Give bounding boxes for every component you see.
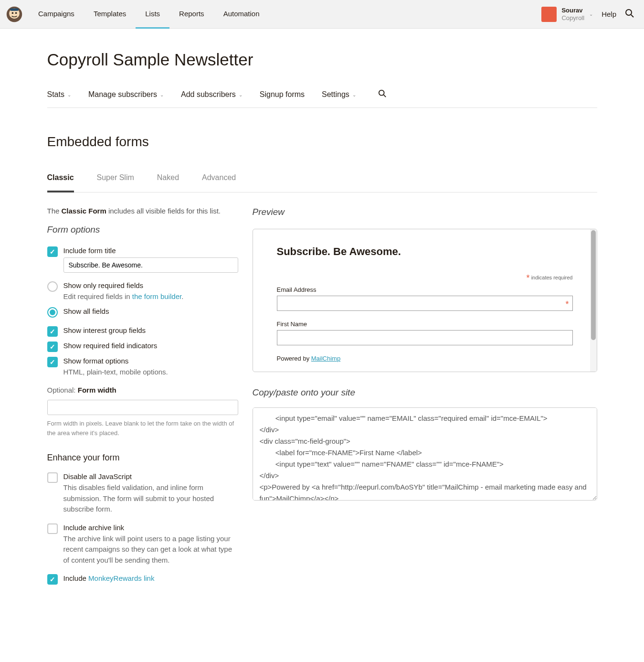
monkeyrewards-checkbox[interactable] <box>47 574 58 585</box>
subnav-stats[interactable]: Stats⌄ <box>47 90 71 99</box>
format-desc: HTML, plain-text, mobile options. <box>63 367 238 378</box>
show-all-label: Show all fields <box>63 307 238 315</box>
svg-line-8 <box>384 95 386 97</box>
form-title-input[interactable] <box>63 257 238 273</box>
show-interest-checkbox[interactable] <box>47 326 58 337</box>
topnav-right: Sourav Copyroll ⌄ Help <box>541 7 634 22</box>
avatar <box>541 7 557 22</box>
tab-advanced[interactable]: Advanced <box>202 173 236 192</box>
opt-show-interest: Show interest group fields <box>47 326 238 337</box>
subnav-add[interactable]: Add subscribers⌄ <box>181 90 243 99</box>
preview-form-title: Subscribe. Be Awesome. <box>277 246 573 258</box>
list-subnav: Stats⌄ Manage subscribers⌄ Add subscribe… <box>47 89 597 108</box>
preview-fname-label: First Name <box>277 320 573 328</box>
nav-campaigns[interactable]: Campaigns <box>29 0 84 29</box>
opt-show-required: Show only required fields Edit required … <box>47 281 238 302</box>
preview-scrollbar[interactable] <box>590 229 597 372</box>
chevron-down-icon: ⌄ <box>160 92 164 97</box>
edit-required-desc: Edit required fields in the form builder… <box>63 291 238 302</box>
required-star-icon: * <box>565 299 569 310</box>
show-format-label: Show format options <box>63 357 238 365</box>
opt-disable-js: Disable all JavaScript This disables fie… <box>47 472 238 515</box>
form-width-label: Optional: Form width <box>47 386 238 394</box>
archive-label: Include archive link <box>63 523 238 532</box>
nav-automation[interactable]: Automation <box>214 0 269 29</box>
show-format-checkbox[interactable] <box>47 357 58 367</box>
show-indicators-checkbox[interactable] <box>47 342 58 352</box>
mailchimp-logo[interactable] <box>0 0 29 29</box>
archive-desc: The archive link will point users to a p… <box>63 534 238 566</box>
form-builder-link[interactable]: the form builder <box>132 292 181 300</box>
show-required-radio[interactable] <box>47 281 58 292</box>
mailchimp-link[interactable]: MailChimp <box>311 355 340 362</box>
preview-header: Preview <box>253 207 597 217</box>
form-options-header: Form options <box>47 224 238 235</box>
disable-js-checkbox[interactable] <box>47 472 58 483</box>
chevron-down-icon: ⌄ <box>352 92 356 97</box>
nav-lists[interactable]: Lists <box>136 0 169 29</box>
code-header: Copy/paste onto your site <box>253 387 597 398</box>
search-icon[interactable] <box>625 9 634 20</box>
user-org: Copyroll <box>561 14 584 22</box>
top-nav: Campaigns Templates Lists Reports Automa… <box>0 0 644 29</box>
preview-required-indicator: * indicates required <box>277 273 573 283</box>
form-width-input[interactable] <box>47 400 238 415</box>
form-type-tabs: Classic Super Slim Naked Advanced <box>47 173 597 192</box>
opt-include-title: Include form title <box>47 246 238 273</box>
subnav-settings[interactable]: Settings⌄ <box>322 90 356 99</box>
user-name: Sourav <box>561 7 584 14</box>
topnav-items: Campaigns Templates Lists Reports Automa… <box>29 0 269 29</box>
disable-js-label: Disable all JavaScript <box>63 472 238 480</box>
embed-code-textarea[interactable] <box>253 407 597 501</box>
user-text: Sourav Copyroll <box>561 7 584 21</box>
opt-monkeyrewards: Include MonkeyRewards link <box>47 574 238 585</box>
svg-point-3 <box>15 12 17 14</box>
tab-naked[interactable]: Naked <box>157 173 179 192</box>
svg-point-2 <box>12 12 14 14</box>
preview-email-input[interactable] <box>277 296 573 311</box>
subnav-signup[interactable]: Signup forms <box>260 90 305 99</box>
tab-classic[interactable]: Classic <box>47 173 74 192</box>
chevron-down-icon: ⌄ <box>239 92 243 97</box>
form-width-hint: Form width in pixels. Leave blank to let… <box>47 419 238 438</box>
monkeyrewards-link[interactable]: MonkeyRewards link <box>88 574 154 582</box>
show-interest-label: Show interest group fields <box>63 326 238 334</box>
tab-superslim[interactable]: Super Slim <box>97 173 134 192</box>
include-title-label: Include form title <box>63 246 238 255</box>
preview-powered-by: Powered by MailChimp <box>277 355 573 362</box>
help-link[interactable]: Help <box>602 10 616 18</box>
intro-text: The Classic Form includes all visible fi… <box>47 207 238 215</box>
chevron-down-icon: ⌄ <box>589 11 593 17</box>
disable-js-desc: This disables field validation, and inli… <box>63 482 238 515</box>
archive-checkbox[interactable] <box>47 523 58 534</box>
show-required-label: Show only required fields <box>63 281 238 289</box>
svg-line-6 <box>631 15 633 17</box>
subnav-manage[interactable]: Manage subscribers⌄ <box>88 90 164 99</box>
svg-point-7 <box>379 90 384 96</box>
opt-show-indicators: Show required field indicators <box>47 342 238 352</box>
page-title: Copyroll Sample Newsletter <box>47 50 597 69</box>
show-all-radio[interactable] <box>47 307 58 318</box>
monkeyrewards-label: Include MonkeyRewards link <box>63 574 238 582</box>
preview-fname-input[interactable] <box>277 330 573 345</box>
chevron-down-icon: ⌄ <box>67 92 71 97</box>
user-menu[interactable]: Sourav Copyroll ⌄ <box>541 7 593 22</box>
opt-show-format: Show format options HTML, plain-text, mo… <box>47 357 238 378</box>
opt-show-all: Show all fields <box>47 307 238 318</box>
nav-templates[interactable]: Templates <box>84 0 136 29</box>
nav-reports[interactable]: Reports <box>169 0 214 29</box>
svg-rect-4 <box>10 8 19 11</box>
preview-email-label: Email Address <box>277 286 573 293</box>
show-indicators-label: Show required field indicators <box>63 342 238 350</box>
opt-archive: Include archive link The archive link wi… <box>47 523 238 566</box>
section-title: Embedded forms <box>47 134 597 149</box>
enhance-header: Enhance your form <box>47 453 238 463</box>
preview-pane: Subscribe. Be Awesome. * indicates requi… <box>253 229 597 372</box>
search-icon[interactable] <box>378 89 387 100</box>
include-title-checkbox[interactable] <box>47 246 58 257</box>
svg-point-5 <box>626 10 632 15</box>
